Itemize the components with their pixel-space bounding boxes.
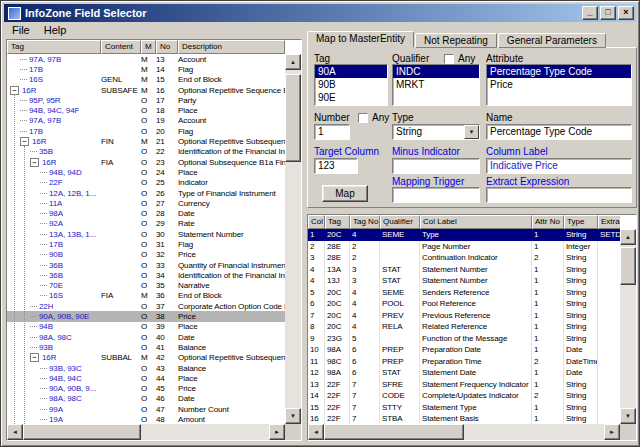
tag-listbox[interactable]: 90A90B90E — [314, 64, 388, 106]
tree-tag-link[interactable]: 90A, 90B, 90E — [39, 312, 89, 321]
tree-tag-link[interactable]: 16R — [42, 158, 56, 167]
tree-tag-link[interactable]: 36B — [49, 261, 63, 270]
grid-row[interactable]: 620C4POOLPool Reference1String — [308, 298, 620, 310]
minus-indicator-input[interactable] — [392, 158, 480, 174]
tree-tag-link[interactable]: 16S — [49, 291, 63, 300]
column-header-description[interactable]: Description — [178, 40, 285, 54]
tree-row[interactable]: 12A, 12B, 1...O26Type of Financial Instr… — [7, 188, 285, 198]
tree-tag-link[interactable]: 16R — [22, 86, 36, 95]
mapping-trigger-input[interactable] — [392, 187, 480, 203]
tree-tag-link[interactable]: 93B — [39, 343, 53, 352]
list-option[interactable]: 90A — [315, 65, 387, 78]
extract-expression-input[interactable] — [486, 187, 632, 203]
tree-row[interactable]: 22HO37Corporate Action Option Code Indi.… — [7, 301, 285, 311]
map-button[interactable]: Map — [322, 185, 368, 202]
tree-row[interactable]: 93BO41Balance — [7, 342, 285, 352]
maximize-button[interactable]: □ — [600, 6, 616, 20]
tree-tag-link[interactable]: 36B — [49, 271, 63, 280]
tree-tag-link[interactable]: 95P, 95R — [29, 96, 61, 105]
scroll-right-icon[interactable]: ► — [269, 424, 285, 440]
type-select[interactable]: String ▼ — [392, 124, 480, 140]
grid-header-qualifier[interactable]: Qualifier — [380, 215, 420, 229]
tab-general-parameters[interactable]: General Parameters — [498, 33, 606, 48]
tree-row[interactable]: 16SGENLM15End of Block — [7, 75, 285, 85]
grid-header-collabel[interactable]: Col Label — [420, 215, 532, 229]
grid-header-extra[interactable]: Extra — [598, 215, 620, 229]
tree-tag-link[interactable]: 17B — [49, 240, 63, 249]
scroll-left-icon[interactable]: ◄ — [308, 424, 324, 440]
column-header-no[interactable]: No — [156, 40, 178, 54]
tree-row[interactable]: 17BO20Flag — [7, 126, 285, 136]
tree-tag-link[interactable]: 97A, 97B — [29, 55, 61, 64]
tree-vertical-scrollbar[interactable]: ▲ ▼ — [285, 54, 301, 424]
tree-tag-link[interactable]: 94B, 94C, 94F — [29, 106, 79, 115]
tree-row[interactable]: 17BM14Flag — [7, 64, 285, 74]
tree-row[interactable]: 94B, 94DO24Place — [7, 167, 285, 177]
scroll-up-icon[interactable]: ▲ — [620, 229, 636, 245]
tree-row[interactable]: 97A, 97BO19Account — [7, 116, 285, 126]
tree-row[interactable]: 16SFIAM36End of Block — [7, 291, 285, 301]
tree-tag-link[interactable]: 93B, 93C — [49, 364, 82, 373]
list-option[interactable]: 90B — [315, 78, 387, 91]
tree-row[interactable]: −16RFIAO23Optional Subsequence B1a Finan… — [7, 157, 285, 167]
title-bar[interactable]: InfoZone Field Selector _ □ × — [4, 4, 636, 22]
grid-row[interactable]: 328E2Continuation Indicator2String — [308, 252, 620, 264]
menu-file[interactable]: File — [5, 24, 37, 38]
tree-row[interactable]: 90A, 90B, 90EO38Price — [7, 311, 285, 321]
tree-tag-link[interactable]: 92A — [49, 219, 63, 228]
scroll-up-icon[interactable]: ▲ — [285, 54, 301, 70]
list-option[interactable]: Percentage Type Code — [487, 65, 631, 78]
grid-vertical-scrollbar[interactable]: ▲ ▼ — [620, 229, 636, 424]
tree-row[interactable]: 90A, 90B, 9...O45Price — [7, 384, 285, 394]
minimize-button[interactable]: _ — [582, 6, 598, 20]
scrollbar-thumb[interactable] — [23, 424, 141, 440]
list-option[interactable]: Price — [487, 78, 631, 91]
tree-tag-link[interactable]: 94B, 94C — [49, 374, 82, 383]
tree-row[interactable]: 35BO22Identification of the Financial In… — [7, 147, 285, 157]
tree-row[interactable]: 94B, 94CO44Place — [7, 373, 285, 383]
tree-row[interactable]: 98A, 98CO40Date — [7, 332, 285, 342]
tree-row[interactable]: 70EO35Narrative — [7, 281, 285, 291]
scroll-left-icon[interactable]: ◄ — [7, 424, 23, 440]
grid-horizontal-scrollbar[interactable]: ◄ ► — [308, 424, 620, 440]
column-header-m[interactable]: M — [141, 40, 156, 54]
tab-not-repeating[interactable]: Not Repeating — [415, 33, 497, 48]
column-header-content[interactable]: Content — [101, 40, 141, 54]
grid-row[interactable]: 1198C6PREPPreparation Time2DateTime — [308, 356, 620, 368]
dropdown-arrow-icon[interactable]: ▼ — [464, 125, 479, 139]
tree-tag-link[interactable]: 12A, 12B, 1... — [49, 189, 96, 198]
tree-row[interactable]: 94B, 94C, 94FO18Place — [7, 105, 285, 115]
tree-row[interactable]: 92AO29Rate — [7, 219, 285, 229]
tree-row[interactable]: 19AO48Amount — [7, 414, 285, 424]
tree-tag-link[interactable]: 22H — [39, 302, 53, 311]
target-column-input[interactable]: 123 — [314, 158, 358, 174]
menu-help[interactable]: Help — [37, 24, 74, 38]
tree-tag-link[interactable]: 35B — [39, 147, 53, 156]
grid-row[interactable]: 820C4RELARelated Reference1String — [308, 321, 620, 333]
collapse-icon[interactable]: − — [10, 86, 19, 95]
grid-header-type[interactable]: Type — [564, 215, 598, 229]
tree-row[interactable]: 94BO39Place — [7, 322, 285, 332]
tree-tag-link[interactable]: 16R — [32, 137, 46, 146]
tree-row[interactable]: 22FO25Indicator — [7, 178, 285, 188]
tree-row[interactable]: 11AO27Currency — [7, 198, 285, 208]
name-input[interactable]: Percentage Type Code — [486, 124, 632, 140]
scroll-right-icon[interactable]: ► — [604, 424, 620, 440]
tree-row[interactable]: 97A, 97BM13Account — [7, 54, 285, 64]
grid-row[interactable]: 1522F7STTYStatement Type1String — [308, 402, 620, 414]
column-header-tag[interactable]: Tag — [7, 40, 101, 54]
tree-tag-link[interactable]: 17B — [29, 127, 43, 136]
tree-row[interactable]: 36BO34Identification of the Financial In… — [7, 270, 285, 280]
qualifier-any-checkbox[interactable] — [444, 54, 454, 64]
tree-tag-link[interactable]: 70E — [49, 281, 63, 290]
grid-row[interactable]: 413A3STATStatement Number1String — [308, 264, 620, 276]
grid-row[interactable]: 413J3STATStatement Number1String — [308, 275, 620, 287]
tree-tag-link[interactable]: 22F — [49, 178, 63, 187]
scroll-down-icon[interactable]: ▼ — [285, 408, 301, 424]
tree-tag-link[interactable]: 17B — [29, 65, 43, 74]
tree-tag-link[interactable]: 98A, 98C — [49, 394, 82, 403]
tab-map-to-masterentity[interactable]: Map to MasterEntity — [307, 31, 414, 48]
tree-tag-link[interactable]: 90A, 90B, 9... — [49, 384, 96, 393]
grid-row[interactable]: 1098A6PREPPreparation Date1Date — [308, 344, 620, 356]
grid-row[interactable]: 1298A6STATStatement Date1Date — [308, 367, 620, 379]
